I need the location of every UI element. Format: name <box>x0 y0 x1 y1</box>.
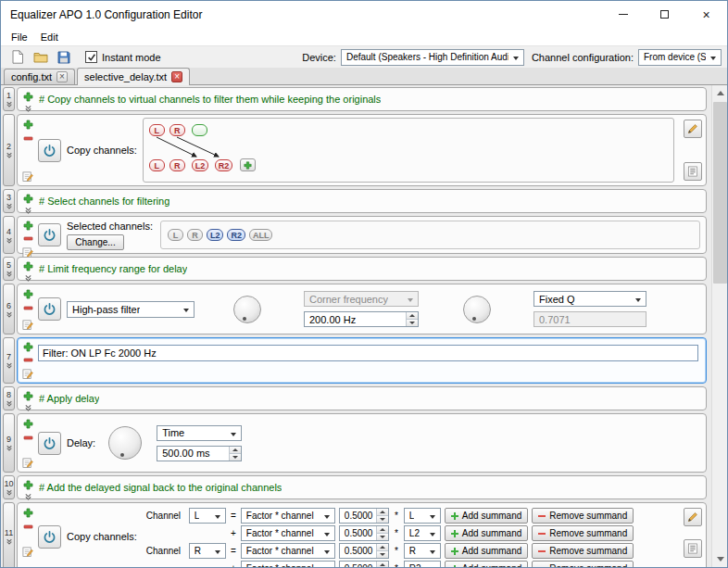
row-10-panel[interactable]: # Add the delayed signal back to the ori… <box>17 475 707 499</box>
edit-row-icon[interactable] <box>22 319 33 330</box>
channel-config-select[interactable]: From device (Stereo) <box>638 49 722 66</box>
row-4-number-cell[interactable]: 4 <box>3 216 15 254</box>
channel-badge-L2-selected[interactable]: L2 <box>207 229 224 241</box>
summand-mode-select[interactable]: Factor * channel <box>241 525 335 541</box>
factor-spinbox[interactable]: 0.5000 <box>339 508 389 524</box>
source-channel-select[interactable]: R <box>404 543 441 559</box>
row-3-panel[interactable]: # Select channels for filtering <box>17 189 707 213</box>
channel-badge-target-L2[interactable]: L2 <box>192 159 209 171</box>
summand-mode-select[interactable]: Factor * channel <box>241 561 335 567</box>
vertical-scrollbar[interactable] <box>711 85 727 567</box>
scroll-up-button[interactable] <box>712 85 727 101</box>
row-1-number-cell[interactable]: 1 <box>3 87 15 111</box>
spin-down-button[interactable] <box>377 533 388 540</box>
channel-badge-R[interactable]: R <box>187 229 203 241</box>
remove-row-icon[interactable] <box>22 432 33 443</box>
instant-mode-checkbox[interactable]: Instant mode <box>85 51 161 63</box>
summand-mode-select[interactable]: Factor * channel <box>241 508 335 524</box>
add-row-icon[interactable] <box>22 418 33 429</box>
tab-close-modified-icon[interactable]: × <box>171 71 182 82</box>
channel-badge-source-L[interactable]: L <box>149 124 165 136</box>
power-toggle-button[interactable] <box>38 525 61 549</box>
target-channel-select[interactable]: L <box>189 508 226 524</box>
spin-down-button[interactable] <box>230 453 241 461</box>
tab-close-icon[interactable]: × <box>56 71 68 82</box>
scrollbar-thumb[interactable] <box>713 102 727 284</box>
row-9-panel[interactable]: Delay: Time 500.00 ms <box>17 413 707 473</box>
frequency-spinbox[interactable]: 200.00 Hz <box>304 311 419 327</box>
row-10-number-cell[interactable]: 10 <box>3 475 15 499</box>
collapse-icon[interactable] <box>22 493 33 500</box>
edit-row-icon[interactable] <box>22 546 33 557</box>
remove-summand-button[interactable]: Remove summand <box>532 508 634 524</box>
open-file-button[interactable] <box>30 47 52 67</box>
delay-unit-select[interactable]: Time <box>157 425 242 441</box>
delay-spinbox[interactable]: 500.00 ms <box>157 446 242 461</box>
new-file-button[interactable] <box>6 47 29 67</box>
change-channels-button[interactable]: Change... <box>67 234 124 250</box>
add-summand-button[interactable]: Add summand <box>445 561 528 567</box>
add-row-icon[interactable] <box>22 480 33 490</box>
channel-badge-target-R2[interactable]: R2 <box>215 159 233 171</box>
command-text-input[interactable] <box>38 345 698 361</box>
scroll-down-button[interactable] <box>712 551 727 567</box>
collapse-icon[interactable] <box>22 274 33 282</box>
channel-badge-R2-selected[interactable]: R2 <box>227 229 245 241</box>
collapse-icon[interactable] <box>22 105 33 112</box>
spin-down-button[interactable] <box>407 319 418 326</box>
spin-down-button[interactable] <box>377 515 388 523</box>
row-4-panel[interactable]: Selected channels: Change... L R L2 R2 A… <box>17 216 707 254</box>
row-9-number-cell[interactable]: 9 <box>3 413 15 473</box>
edit-row-icon[interactable] <box>22 170 33 182</box>
channel-badge-target-R[interactable]: R <box>169 159 185 171</box>
row-6-number-cell[interactable]: 6 <box>3 284 15 334</box>
remove-row-icon[interactable] <box>22 133 33 144</box>
menu-edit[interactable]: Edit <box>34 30 65 44</box>
row-1-panel[interactable]: # Copy channels to virtual channels to f… <box>17 87 707 111</box>
maximize-button[interactable] <box>644 1 685 28</box>
row-8-panel[interactable]: # Apply delay <box>17 386 707 410</box>
remove-row-icon[interactable] <box>22 234 33 244</box>
graphical-edit-button[interactable] <box>684 120 702 138</box>
add-channel-button[interactable] <box>240 158 256 171</box>
row-5-number-cell[interactable]: 5 <box>3 257 15 281</box>
channel-copy-graph[interactable]: L R L R L2 R2 <box>143 118 674 183</box>
spin-up-button[interactable] <box>407 312 418 319</box>
power-toggle-button[interactable] <box>38 432 61 455</box>
add-row-icon[interactable] <box>22 507 33 518</box>
collapse-icon[interactable] <box>22 207 33 214</box>
title-bar[interactable]: Equalizer APO 1.0 Configuration Editor × <box>1 1 727 28</box>
power-toggle-button[interactable] <box>38 297 61 321</box>
edit-row-icon[interactable] <box>22 368 33 379</box>
q-factor-knob[interactable] <box>463 296 491 323</box>
channel-badge-target-L[interactable]: L <box>149 159 165 171</box>
add-row-icon[interactable] <box>22 221 33 231</box>
channel-badge-empty-slot[interactable] <box>192 124 207 136</box>
factor-spinbox[interactable]: 0.5000 <box>339 561 389 567</box>
summand-mode-select[interactable]: Factor * channel <box>241 543 335 559</box>
spin-up-button[interactable] <box>377 509 388 515</box>
row-5-panel[interactable]: # Limit frequency range for delay <box>17 257 707 281</box>
spin-up-button[interactable] <box>377 526 388 533</box>
tab-selective-delay-txt[interactable]: selective_delay.txt × <box>77 68 190 85</box>
remove-summand-button[interactable]: Remove summand <box>532 561 634 567</box>
power-toggle-button[interactable] <box>38 223 61 246</box>
channel-badge-source-R[interactable]: R <box>169 124 185 136</box>
channel-badge-ALL[interactable]: ALL <box>249 229 273 241</box>
add-summand-button[interactable]: Add summand <box>445 508 528 524</box>
text-edit-button[interactable] <box>684 162 702 181</box>
edit-row-icon[interactable] <box>22 457 33 468</box>
remove-row-icon[interactable] <box>22 355 33 365</box>
add-row-icon[interactable] <box>22 391 33 401</box>
factor-spinbox[interactable]: 0.5000 <box>339 543 389 559</box>
add-row-icon[interactable] <box>22 194 33 204</box>
add-row-icon[interactable] <box>22 92 33 102</box>
remove-row-icon[interactable] <box>22 521 33 532</box>
row-2-panel[interactable]: Copy channels: L R L R L2 R2 <box>17 114 707 186</box>
device-select[interactable]: Default (Speakers - High Definition Audi… <box>341 49 524 66</box>
row-7-number-cell[interactable]: 7 <box>3 337 15 384</box>
spin-up-button[interactable] <box>377 544 388 550</box>
row-3-number-cell[interactable]: 3 <box>3 189 15 213</box>
tab-config-txt[interactable]: config.txt × <box>4 69 75 84</box>
channel-badge-L[interactable]: L <box>168 229 183 241</box>
